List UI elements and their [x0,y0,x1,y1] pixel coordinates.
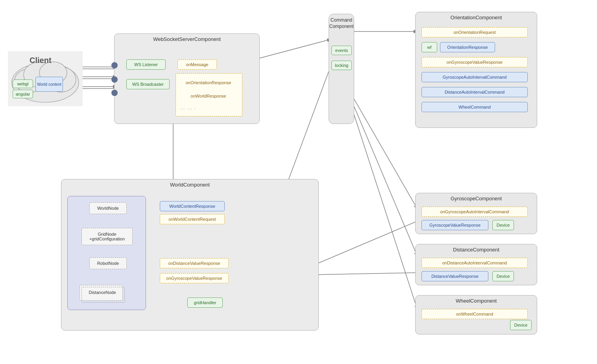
wheel-title: WheelComponent [416,298,537,304]
ellipsis-ws: ……. [180,104,246,111]
world-component: WorldComponent WorldNode GridNode +gridC… [61,179,319,331]
world-node-box: WorldNode [89,202,127,214]
on-distance-auto-interval-cmd: onDistanceAutoIntervalCommand [421,258,528,268]
distance-component: DistanceComponent onDistanceAutoInterval… [415,244,537,285]
on-gyroscope-value-response-world: onGyroscopeValueResponse [160,273,229,283]
onmessage-box: onMessage [177,59,217,70]
distance-title: DistanceComponent [416,247,537,253]
distance-node-label: DistanceNode [83,290,122,295]
events-box: events [331,46,352,55]
ws-listener-box: WS Listener [126,59,166,70]
on-wheel-command-box: onWheelCommand [421,309,528,319]
distance-device-box: Device [492,271,514,281]
grid-handler-box: gridHandler [187,297,223,308]
angular-box: angular [13,90,33,98]
on-gyroscope-auto-interval-cmd: onGyroscopeAutoIntervalCommand [421,207,528,217]
world-content-response-box: WorldContentResponse [160,201,225,211]
orientation-response-box: OrientationResponse [440,42,495,52]
grid-node-box: GridNode +gridConfiguration [81,228,133,245]
ball-3 [111,90,118,96]
gyroscope-title: GyroscopeComponent [416,196,537,201]
robot-node-box: RobotNode [89,257,127,269]
on-gyroscope-value-response-or: onGyroscopeValueResponse [421,57,528,67]
on-orientation-response-ws: onOrientationResponse [180,78,237,88]
client-label: Client [30,56,52,65]
command-title: CommandComponent [329,17,354,30]
orientation-component: OrientationComponent onOrientationReques… [415,12,537,128]
websocket-component: WebSocketServerComponent WS Listener onM… [114,33,260,124]
world-content-box: World content [35,77,63,92]
gyroscope-component: GyroscopeComponent onGyroscopeAutoInterv… [415,193,537,234]
wheel-command-box: WheelCommand [421,102,528,112]
ball-2 [111,76,118,83]
distance-value-response-box: DistanceValueResponse [421,271,488,281]
ws-broadcaster-box: WS Broadcaster [126,79,170,89]
command-component: CommandComponent events locking [329,14,354,124]
on-world-content-request-box: onWorldContentRequest [160,214,225,224]
world-title: WorldComponent [61,182,318,188]
wheel-device-box: Device [510,320,532,330]
client-cloud: Client webgl World content angular [8,51,83,106]
on-distance-value-response-box: onDistanceValueResponse [160,258,229,268]
gyroscope-auto-interval-cmd: GyroscopeAutoIntervalCommand [421,72,528,82]
wheel-component: WheelComponent onWheelCommand Device [415,295,537,334]
websocket-title: WebSocketServerComponent [115,36,259,42]
locking-box: locking [331,61,352,70]
on-orientation-request: onOrientationRequest [421,27,528,37]
gyroscope-value-response-box: GyroscopeValueResponse [421,220,488,230]
distance-node-box-2 [81,287,125,303]
world-inner-nodes: WorldNode GridNode +gridConfiguration Ro… [67,196,146,310]
gyroscope-device-box: Device [492,220,514,230]
wf-box: wf [421,42,437,52]
ball-1 [111,62,118,68]
on-world-response-ws: onWorldResponse [180,91,237,101]
diagram: Client webgl World content angular WebSo… [0,0,597,364]
webgl-box: webgl [13,79,33,88]
orientation-title: OrientationComponent [416,15,537,20]
distance-auto-interval-cmd: DistanceAutoIntervalCommand [421,87,528,97]
